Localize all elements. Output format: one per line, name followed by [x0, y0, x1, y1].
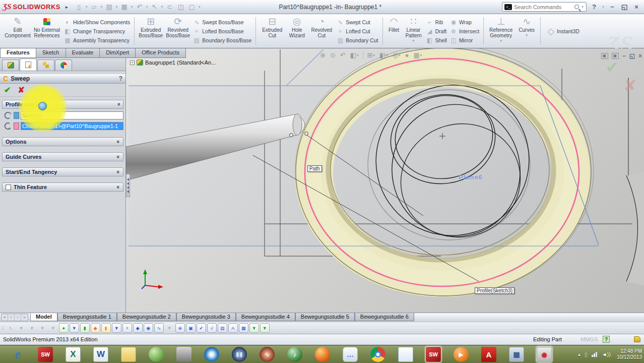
save-icon[interactable]: ▤	[104, 2, 114, 12]
section-view-icon[interactable]: ◧▾	[349, 51, 360, 59]
caret-icon[interactable]: ▾	[116, 5, 118, 9]
swept-cut-button[interactable]: ∿ Swept Cut	[337, 18, 378, 26]
stop-icon[interactable]: ◆	[91, 323, 100, 333]
tab-bewegungsstudie-2[interactable]: Bewegungsstudie 2	[117, 313, 176, 321]
open-icon[interactable]: ▱	[89, 2, 99, 12]
caret-icon[interactable]: ▾	[582, 5, 584, 9]
help-icon[interactable]: ?	[119, 75, 122, 82]
tab-bewegungsstudie-4[interactable]: Bewegungsstudie 4	[236, 313, 295, 321]
internet-explorer-icon[interactable]: e	[10, 347, 25, 362]
toolbar-handle[interactable]: ⁞	[2, 325, 3, 331]
properties-icon[interactable]: ◫	[176, 2, 186, 12]
wrap-button[interactable]: ◉ Wrap	[450, 18, 479, 26]
tab-office-products[interactable]: Office Products	[136, 48, 186, 58]
previous-view-icon[interactable]: ↶	[339, 51, 347, 59]
reference-geometry-button[interactable]: ⊥ Reference Geometry ▾	[486, 15, 516, 47]
contact-icon[interactable]: ▣	[186, 323, 196, 333]
chevron-down-icon[interactable]: »	[115, 186, 121, 189]
shell-button[interactable]: ◧ Shell	[426, 36, 447, 44]
notepad-icon[interactable]	[398, 347, 413, 362]
chevron-down-icon[interactable]: »	[115, 140, 121, 143]
chevron-down-icon[interactable]: »	[115, 155, 121, 158]
view-orientation-icon[interactable]: ⊞▾	[366, 51, 376, 59]
help-icon[interactable]: ?	[590, 3, 599, 11]
configuration-manager-tab[interactable]	[37, 59, 54, 71]
display-style-icon[interactable]: ◧▾	[378, 51, 390, 59]
cancel-button[interactable]: ✘	[18, 85, 24, 95]
hide-show-components-button[interactable]: ◐ Hide/Show Components	[64, 18, 130, 26]
doc-icon-2[interactable]: ▣	[612, 53, 619, 59]
no-external-references-button[interactable]: No External References	[31, 15, 62, 47]
search-icon[interactable]	[574, 5, 579, 9]
plane-name-label[interactable]: Plane6	[459, 173, 483, 181]
caret-icon[interactable]: ▾	[199, 5, 201, 9]
tray-expand-icon[interactable]: ▴	[578, 352, 581, 357]
excel-icon[interactable]: X	[66, 347, 81, 362]
change-transparency-button[interactable]: ◧ Change Transparency	[64, 27, 130, 35]
adobe-reader-icon[interactable]: A	[481, 347, 496, 362]
caret-icon[interactable]: ▾	[86, 5, 88, 9]
swept-boss-button[interactable]: ∿ Swept Boss/Base	[193, 18, 251, 26]
select-icon[interactable]: ↖	[150, 2, 160, 12]
property-manager-tab[interactable]	[20, 58, 37, 71]
chevron-down-icon[interactable]: »	[115, 170, 121, 173]
camera-app-icon[interactable]	[176, 347, 191, 362]
media-player-icon[interactable]: ▶	[454, 347, 469, 362]
quick-tips-icon[interactable]: ?	[603, 336, 610, 343]
edit-appearance-icon[interactable]: ●	[404, 51, 411, 59]
ok-button[interactable]: ✔	[4, 85, 11, 95]
solidworks-icon[interactable]: SW	[38, 347, 53, 362]
next-tab-button[interactable]: ›	[15, 314, 21, 321]
edit-component-button[interactable]: ✎ Edit Component	[4, 15, 31, 47]
taskbar-clock[interactable]: 12:48 PM 10/12/2013	[617, 348, 642, 360]
first-tab-button[interactable]: «	[2, 314, 8, 321]
graphics-area[interactable]: ✔ ✘ + Baugruppe1 (Standard<An... ⊕ ⊙ ↶ ◧…	[126, 48, 644, 313]
rib-button[interactable]: ⌐ Rib	[426, 18, 447, 26]
lofted-boss-button[interactable]: ≈ Lofted Boss/Base	[193, 27, 251, 35]
new-document-icon[interactable]: ▯	[74, 2, 84, 12]
path-input[interactable]: Closed Loop<1>@Part10^Baugruppe1-1	[21, 122, 123, 130]
caret-icon[interactable]: ▾	[500, 39, 502, 43]
caret-icon[interactable]: ▾	[101, 5, 103, 9]
filter-selected-icon[interactable]: ▼	[38, 323, 47, 333]
confirm-check-ghost[interactable]: ✔	[606, 59, 618, 76]
auto-key-icon[interactable]: +	[122, 323, 132, 333]
volume-icon[interactable]: ◄))	[602, 351, 611, 357]
caret-icon[interactable]: ▾	[602, 5, 604, 9]
save-animation-icon[interactable]: ▮	[101, 323, 111, 333]
filter-results-icon[interactable]: ▼	[48, 323, 58, 333]
attachment-icon[interactable]: ⊂	[165, 2, 175, 12]
search-input[interactable]	[514, 4, 572, 10]
caret-icon[interactable]: ▾	[413, 39, 415, 43]
revolved-cut-button[interactable]: ◔ Revolved Cut	[308, 15, 335, 47]
firefox-icon[interactable]	[315, 347, 330, 362]
doc-restore-button[interactable]: ◱	[629, 52, 635, 59]
collapse-icon[interactable]: ▼	[249, 323, 259, 333]
start-end-tangency-group-header[interactable]: Start/End Tangency »	[2, 167, 123, 176]
dvd-player-icon[interactable]	[204, 347, 219, 362]
caret-icon[interactable]: ▾	[131, 5, 133, 9]
tab-model[interactable]: Model	[30, 313, 57, 321]
window-options-icon[interactable]: ▢	[187, 2, 197, 12]
feature-manager-tab[interactable]	[2, 59, 19, 71]
assembly-transparency-button[interactable]: ▦ Assembly Transparency	[64, 36, 130, 44]
annotation-icon[interactable]: A	[228, 323, 238, 333]
audio-app-icon[interactable]: ∿	[260, 347, 275, 362]
unit-system-label[interactable]: MMGS	[581, 336, 598, 342]
play-icon[interactable]: ▮	[80, 323, 90, 333]
prev-tab-button[interactable]: ‹	[8, 314, 15, 321]
caret-icon[interactable]: ▾	[146, 5, 148, 9]
filter-driving-icon[interactable]: ▼	[27, 323, 37, 333]
search-commands-box[interactable]: >_ ▾	[502, 2, 587, 12]
last-tab-button[interactable]: »	[21, 314, 28, 321]
menu-expand-icon[interactable]: ▸	[66, 5, 68, 10]
minimize-button[interactable]: −	[608, 3, 617, 11]
chrome-icon[interactable]	[370, 347, 385, 362]
close-button[interactable]: ×	[632, 3, 641, 11]
extruded-boss-button[interactable]: ⊞ Extruded Boss/Base	[137, 15, 164, 47]
panel-splitter-handle[interactable]	[126, 174, 130, 197]
caret-icon[interactable]: ▾	[161, 5, 163, 9]
options-group-header[interactable]: Options »	[2, 137, 123, 146]
display-manager-tab[interactable]	[55, 59, 72, 71]
network-icon[interactable]	[592, 352, 598, 357]
